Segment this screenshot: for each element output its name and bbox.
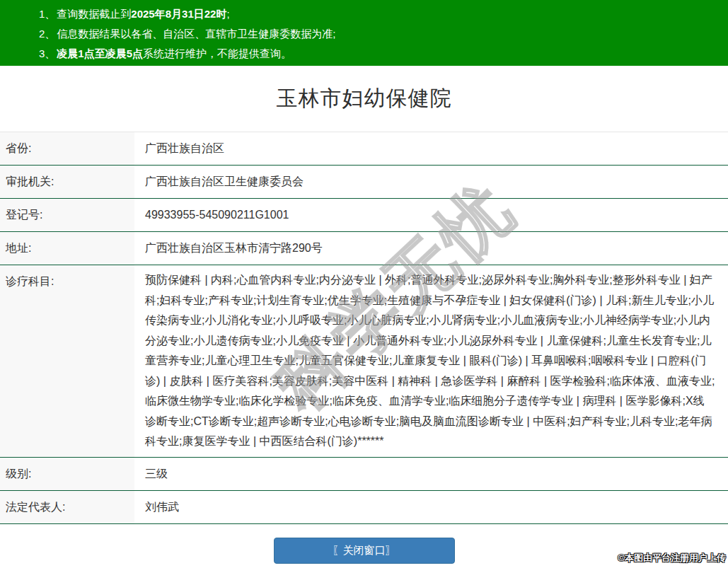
notice-number: 1、: [39, 8, 55, 20]
table-row-registration-number: 登记号: 49933955-545090211G1001: [0, 199, 728, 232]
table-row-legal-representative: 法定代表人: 刘伟武: [0, 491, 728, 524]
row-label: 省份:: [0, 132, 134, 165]
table-row-address: 地址: 广西壮族自治区玉林市清宁路290号: [0, 232, 728, 265]
notice-line-2: 2、信息数据结果以各省、自治区、直辖市卫生健康委数据为准;: [39, 24, 721, 44]
notice-line-3: 3、凌晨1点至凌晨5点系统进行维护，不能提供查询。: [39, 44, 721, 64]
notice-text: 系统进行维护，不能提供查询。: [143, 47, 291, 59]
row-value: 刘伟武: [134, 491, 728, 523]
row-value: 广西壮族自治区: [134, 132, 728, 165]
row-value: 三级: [134, 458, 728, 490]
notice-text-bold: 2025年8月31日22时: [131, 8, 226, 20]
page-title: 玉林市妇幼保健院: [277, 84, 452, 113]
row-value: 49933955-545090211G1001: [134, 199, 728, 231]
row-label: 登记号:: [0, 199, 134, 231]
row-value: 预防保健科 | 内科;心血管内科专业;内分泌专业 | 外科;普通外科专业;泌尿外…: [134, 265, 728, 457]
notice-bar: 1、查询数据截止到2025年8月31日22时; 2、信息数据结果以各省、自治区、…: [0, 0, 728, 66]
notice-text: ;: [226, 8, 229, 20]
notice-text: 信息数据结果以各省、自治区、直辖市卫生健康委数据为准;: [57, 28, 335, 40]
notice-text: 查询数据截止到: [57, 8, 131, 20]
notice-text-bold: 凌晨1点至凌晨5点: [57, 47, 143, 59]
row-label: 诊疗科目:: [0, 265, 134, 457]
notice-number: 2、: [39, 28, 55, 40]
row-value: 广西壮族自治区卫生健康委员会: [134, 166, 728, 198]
row-label: 审批机关:: [0, 166, 134, 198]
medical-institution-detail-page: 1、查询数据截止到2025年8月31日22时; 2、信息数据结果以各省、自治区、…: [0, 0, 728, 568]
row-label: 地址:: [0, 232, 134, 265]
table-row-approval-authority: 审批机关: 广西壮族自治区卫生健康委员会: [0, 166, 728, 199]
institution-info-table: 省份: 广西壮族自治区 审批机关: 广西壮族自治区卫生健康委员会 登记号: 49…: [0, 132, 728, 524]
table-row-medical-departments: 诊疗科目: 预防保健科 | 内科;心血管内科专业;内分泌专业 | 外科;普通外科…: [0, 265, 728, 458]
notice-line-1: 1、查询数据截止到2025年8月31日22时;: [39, 4, 721, 24]
close-window-button[interactable]: 〖关闭窗口〗: [274, 538, 455, 564]
table-row-level: 级别: 三级: [0, 458, 728, 491]
notice-number: 3、: [39, 47, 55, 59]
row-value: 广西壮族自治区玉林市清宁路290号: [134, 232, 728, 265]
title-section: 玉林市妇幼保健院: [0, 66, 728, 132]
table-row-province: 省份: 广西壮族自治区: [0, 132, 728, 166]
row-label: 级别:: [0, 458, 134, 490]
upload-credit-note: ©本图由平台注册用户上传: [618, 552, 726, 564]
row-label: 法定代表人:: [0, 491, 134, 523]
